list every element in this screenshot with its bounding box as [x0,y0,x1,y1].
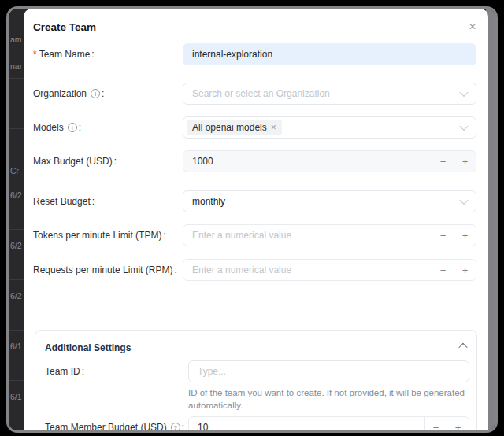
label-colon: : [92,196,94,207]
selected-model-tag: All openai models × [187,120,282,135]
required-asterisk: * [33,49,37,60]
models-select[interactable]: All openai models × [183,116,476,139]
chevron-down-icon [459,88,468,97]
max-budget-input-group: − + [183,150,476,172]
max-budget-label: Max Budget (USD): [33,156,183,167]
models-label: Models i: [33,122,183,133]
minus-icon: − [440,230,447,242]
bg-text-fragment: am [10,35,24,44]
additional-settings-toggle[interactable]: Additional Settings [45,340,469,351]
info-icon[interactable]: i [68,123,77,132]
label-colon: : [182,422,184,430]
label-colon: : [174,264,176,275]
decrement-button[interactable]: − [432,260,454,280]
organization-select[interactable]: Search or select an Organization [183,83,476,105]
form-row-team-id: Team ID: [45,360,469,382]
plus-icon: + [455,422,461,431]
decrement-button[interactable]: − [432,151,454,172]
increment-button[interactable]: + [454,225,476,246]
bg-text-fragment: Cr [10,166,24,176]
increment-button[interactable]: + [447,417,469,430]
label-text: Max Budget (USD) [33,156,113,167]
organization-label: Organization i: [33,88,183,99]
label-text: Reset Budget [33,196,91,207]
label-colon: : [79,122,81,133]
additional-settings-title: Additional Settings [45,342,131,353]
member-budget-label: Team Member Budget (USD) ?: [45,422,188,430]
chevron-down-icon [459,122,468,131]
form-row-models: Models i: All openai models × [33,116,476,139]
form-row-rpm-limit: Requests per minute Limit (RPM): − + [33,259,476,281]
bg-text-fragment: 6/2 [10,241,24,250]
bg-text-fragment: 6/1 [10,342,24,351]
form-row-member-budget: Team Member Budget (USD) ?: − + [45,416,469,430]
bg-text-fragment: 6/1 [10,392,24,401]
chevron-up-icon [458,343,467,352]
form-row-organization: Organization i: Search or select an Orga… [33,83,476,105]
tpm-input-group: − + [183,224,476,246]
plus-icon: + [462,264,469,276]
browser-window: am nar Cr 6/2 6/2 6/2 6/1 6/1 Create Tea… [6,6,498,433]
remove-tag-icon[interactable]: × [271,123,276,132]
label-colon: : [82,366,84,377]
label-colon: : [91,49,94,60]
member-budget-input[interactable] [189,417,424,430]
tag-label: All openai models [192,122,267,133]
screen: am nar Cr 6/2 6/2 6/2 6/1 6/1 Create Tea… [0,0,504,436]
minus-icon: − [433,422,439,431]
rpm-limit-label: Requests per minute Limit (RPM): [33,264,183,275]
reset-budget-select[interactable]: monthly [183,190,476,212]
tpm-input[interactable] [183,225,432,246]
member-budget-input-group: − + [188,416,469,430]
team-id-help-text: ID of the team you want to create. If no… [188,386,469,412]
dialog-title: Create Team [33,21,476,34]
chevron-down-icon [459,196,468,205]
additional-settings-panel: Additional Settings Team ID: ID of the t… [35,330,477,430]
label-colon: : [114,156,117,167]
label-colon: : [102,88,104,99]
label-text: Requests per minute Limit (RPM) [33,264,172,275]
minus-icon: − [440,264,447,276]
increment-button[interactable]: + [454,151,476,172]
bg-text-fragment: nar [10,61,24,71]
bg-text-fragment: 6/2 [10,291,24,301]
rpm-input-group: − + [183,259,476,281]
bg-text-fragment: 6/2 [10,190,24,200]
team-id-label: Team ID: [45,366,188,377]
label-colon: : [163,230,165,241]
team-id-input[interactable] [188,360,469,382]
form-row-team-name: * Team Name: [33,43,476,65]
label-text: Organization [33,88,87,99]
tpm-limit-label: Tokens per minute Limit (TPM): [33,230,183,241]
label-text: Team ID [45,366,80,377]
team-name-label: * Team Name: [33,49,183,60]
plus-icon: + [462,156,469,168]
form-row-max-budget: Max Budget (USD): − + [33,150,476,172]
plus-icon: + [462,230,469,242]
question-icon[interactable]: ? [171,423,180,430]
decrement-button[interactable]: − [424,417,447,430]
label-text: Tokens per minute Limit (TPM) [33,230,161,241]
close-icon[interactable]: ✕ [467,20,478,33]
decrement-button[interactable]: − [432,225,454,246]
organization-placeholder: Search or select an Organization [187,88,330,99]
reset-budget-label: Reset Budget: [33,196,183,207]
reset-budget-value: monthly [187,196,225,207]
form-row-reset-budget: Reset Budget: monthly [33,190,476,212]
label-text: Models [33,122,64,133]
rpm-input[interactable] [183,260,432,280]
minus-icon: − [440,156,447,168]
team-name-input[interactable] [183,43,476,65]
form-row-tpm-limit: Tokens per minute Limit (TPM): − + [33,224,476,246]
increment-button[interactable]: + [454,260,476,280]
info-icon[interactable]: i [91,89,100,98]
label-text: Team Member Budget (USD) [45,422,167,430]
max-budget-input[interactable] [183,151,432,172]
label-text: Team Name [39,49,91,60]
create-team-dialog: Create Team ✕ * Team Name: Organization … [24,9,488,430]
